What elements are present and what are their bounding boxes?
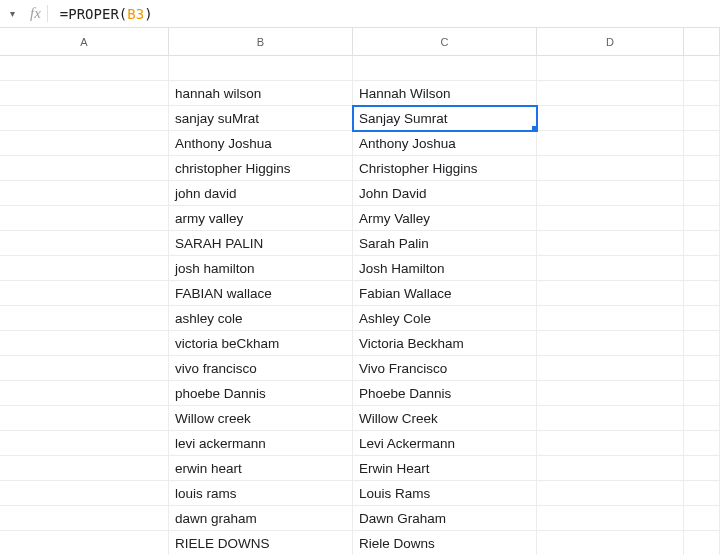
column-header-b[interactable]: B (169, 28, 353, 55)
cell-B16[interactable]: levi ackermann (169, 431, 353, 456)
cell-B5[interactable]: christopher Higgins (169, 156, 353, 181)
cell-E17[interactable] (684, 456, 720, 481)
cell-B19[interactable]: dawn graham (169, 506, 353, 531)
cell-B15[interactable]: Willow creek (169, 406, 353, 431)
cell-A7[interactable] (0, 206, 169, 231)
cell-B1[interactable] (169, 56, 353, 81)
cell-A2[interactable] (0, 81, 169, 106)
cell-D14[interactable] (537, 381, 684, 406)
cell-D15[interactable] (537, 406, 684, 431)
cell-E5[interactable] (684, 156, 720, 181)
cell-C2[interactable]: Hannah Wilson (353, 81, 537, 106)
cell-B7[interactable]: army valley (169, 206, 353, 231)
name-box-dropdown-icon[interactable]: ▾ (6, 8, 18, 20)
cell-B2[interactable]: hannah wilson (169, 81, 353, 106)
cell-D16[interactable] (537, 431, 684, 456)
cell-A8[interactable] (0, 231, 169, 256)
cell-D13[interactable] (537, 356, 684, 381)
cell-A11[interactable] (0, 306, 169, 331)
cell-E16[interactable] (684, 431, 720, 456)
column-header-d[interactable]: D (537, 28, 684, 55)
cell-C20[interactable]: Riele Downs (353, 531, 537, 555)
cell-D2[interactable] (537, 81, 684, 106)
cell-C12[interactable]: Victoria Beckham (353, 331, 537, 356)
cell-D1[interactable] (537, 56, 684, 81)
cell-C10[interactable]: Fabian Wallace (353, 281, 537, 306)
cell-A14[interactable] (0, 381, 169, 406)
cell-E14[interactable] (684, 381, 720, 406)
cell-D10[interactable] (537, 281, 684, 306)
cell-D9[interactable] (537, 256, 684, 281)
cell-E6[interactable] (684, 181, 720, 206)
cell-E8[interactable] (684, 231, 720, 256)
cell-C15[interactable]: Willow Creek (353, 406, 537, 431)
cell-A15[interactable] (0, 406, 169, 431)
cell-E18[interactable] (684, 481, 720, 506)
cell-B14[interactable]: phoebe Dannis (169, 381, 353, 406)
cell-A9[interactable] (0, 256, 169, 281)
cell-C5[interactable]: Christopher Higgins (353, 156, 537, 181)
cell-E9[interactable] (684, 256, 720, 281)
cell-B17[interactable]: erwin heart (169, 456, 353, 481)
cell-D8[interactable] (537, 231, 684, 256)
cell-A20[interactable] (0, 531, 169, 555)
cell-E3[interactable] (684, 106, 720, 131)
cell-B13[interactable]: vivo francisco (169, 356, 353, 381)
cell-C7[interactable]: Army Valley (353, 206, 537, 231)
cell-E11[interactable] (684, 306, 720, 331)
cell-D3[interactable] (537, 106, 684, 131)
cell-B3[interactable]: sanjay suMrat (169, 106, 353, 131)
cell-D7[interactable] (537, 206, 684, 231)
cell-D19[interactable] (537, 506, 684, 531)
cell-A12[interactable] (0, 331, 169, 356)
cell-C3[interactable]: Sanjay Sumrat (353, 106, 537, 131)
cell-C4[interactable]: Anthony Joshua (353, 131, 537, 156)
cell-C16[interactable]: Levi Ackermann (353, 431, 537, 456)
cell-B4[interactable]: Anthony Joshua (169, 131, 353, 156)
cell-D17[interactable] (537, 456, 684, 481)
cell-D12[interactable] (537, 331, 684, 356)
cell-E15[interactable] (684, 406, 720, 431)
cell-A13[interactable] (0, 356, 169, 381)
cell-E12[interactable] (684, 331, 720, 356)
cell-C1[interactable] (353, 56, 537, 81)
column-header-c[interactable]: C (353, 28, 537, 55)
cell-A19[interactable] (0, 506, 169, 531)
cell-C19[interactable]: Dawn Graham (353, 506, 537, 531)
cell-E20[interactable] (684, 531, 720, 555)
cell-A6[interactable] (0, 181, 169, 206)
cell-C6[interactable]: John David (353, 181, 537, 206)
cell-B20[interactable]: RIELE DOWNS (169, 531, 353, 555)
cell-D4[interactable] (537, 131, 684, 156)
cell-B10[interactable]: FABIAN wallace (169, 281, 353, 306)
formula-input[interactable]: =PROPER(B3) (54, 6, 714, 22)
cell-C8[interactable]: Sarah Palin (353, 231, 537, 256)
cell-A3[interactable] (0, 106, 169, 131)
cell-A4[interactable] (0, 131, 169, 156)
cell-E10[interactable] (684, 281, 720, 306)
cell-B9[interactable]: josh hamilton (169, 256, 353, 281)
cell-A18[interactable] (0, 481, 169, 506)
cell-E1[interactable] (684, 56, 720, 81)
cell-D6[interactable] (537, 181, 684, 206)
column-header-e[interactable] (684, 28, 720, 55)
cell-C18[interactable]: Louis Rams (353, 481, 537, 506)
cell-D11[interactable] (537, 306, 684, 331)
cell-B12[interactable]: victoria beCkham (169, 331, 353, 356)
cell-A1[interactable] (0, 56, 169, 81)
cell-C17[interactable]: Erwin Heart (353, 456, 537, 481)
cell-C14[interactable]: Phoebe Dannis (353, 381, 537, 406)
cell-A5[interactable] (0, 156, 169, 181)
cell-C13[interactable]: Vivo Francisco (353, 356, 537, 381)
cell-E4[interactable] (684, 131, 720, 156)
column-header-a[interactable]: A (0, 28, 169, 55)
cell-D20[interactable] (537, 531, 684, 555)
cell-B11[interactable]: ashley cole (169, 306, 353, 331)
cell-C11[interactable]: Ashley Cole (353, 306, 537, 331)
cell-A16[interactable] (0, 431, 169, 456)
cell-C9[interactable]: Josh Hamilton (353, 256, 537, 281)
cell-D18[interactable] (537, 481, 684, 506)
cell-B6[interactable]: john david (169, 181, 353, 206)
cell-A17[interactable] (0, 456, 169, 481)
cell-A10[interactable] (0, 281, 169, 306)
